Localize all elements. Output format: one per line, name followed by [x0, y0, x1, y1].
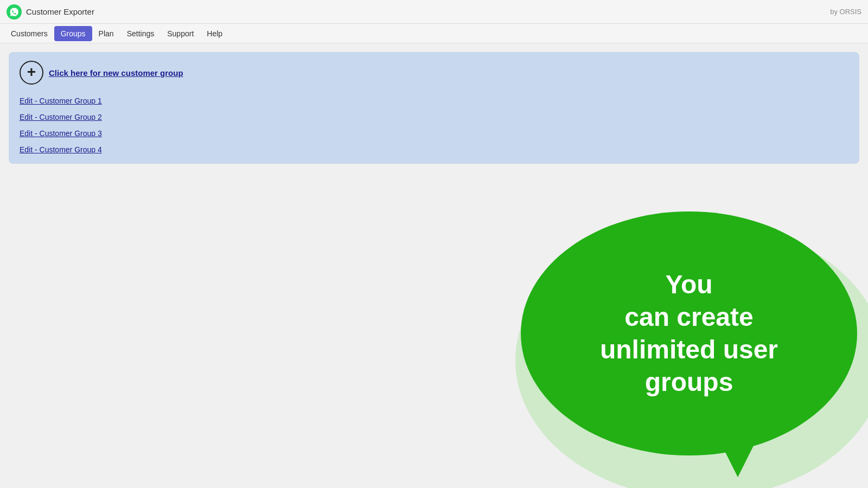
by-orsis-label: by ORSIS [830, 8, 861, 16]
new-group-row: + Click here for new customer group [20, 61, 848, 85]
app-header: Customer Exporter by ORSIS [0, 0, 868, 24]
whatsapp-icon [7, 4, 22, 20]
header-left: Customer Exporter [7, 4, 94, 20]
groups-panel: + Click here for new customer group Edit… [9, 52, 859, 164]
group-link-3[interactable]: Edit - Customer Group 3 [20, 128, 848, 139]
nav-plan[interactable]: Plan [92, 26, 120, 41]
app-title: Customer Exporter [26, 7, 94, 16]
new-group-button[interactable]: + [20, 61, 43, 85]
bubble-text: Youcan createunlimited usergroups [578, 258, 800, 409]
new-group-link[interactable]: Click here for new customer group [49, 68, 183, 78]
main-nav: Customers Groups Plan Settings Support H… [0, 24, 868, 43]
group-link-1[interactable]: Edit - Customer Group 1 [20, 95, 848, 106]
bubble-body: Youcan createunlimited usergroups [521, 211, 857, 455]
nav-groups[interactable]: Groups [54, 26, 92, 41]
main-content: + Click here for new customer group Edit… [0, 43, 868, 488]
group-link-4[interactable]: Edit - Customer Group 4 [20, 144, 848, 155]
promo-bubble-container: Youcan createunlimited usergroups [488, 190, 868, 488]
nav-support[interactable]: Support [161, 26, 200, 41]
nav-settings[interactable]: Settings [120, 26, 161, 41]
nav-help[interactable]: Help [200, 26, 229, 41]
plus-icon: + [27, 65, 36, 80]
group-link-2[interactable]: Edit - Customer Group 2 [20, 112, 848, 123]
nav-customers[interactable]: Customers [4, 26, 54, 41]
